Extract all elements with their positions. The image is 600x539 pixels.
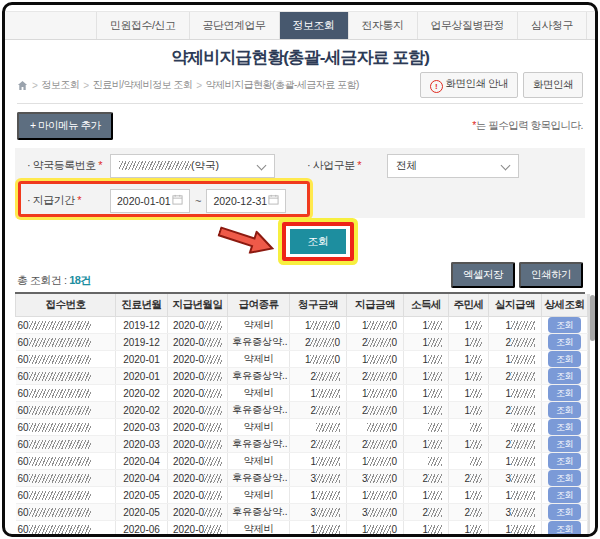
table-row: 602020-052020-0약제비110111조회 — [16, 487, 588, 504]
masked-value — [511, 474, 535, 483]
row-detail-button[interactable]: 조회 — [548, 504, 581, 520]
table-row: 602020-052020-0후유증상약..330223조회 — [16, 504, 588, 521]
col-receipt-no: 접수번호 — [16, 294, 116, 317]
detail-cell: 조회 — [542, 436, 588, 453]
col-treatment-month: 진료년월 — [116, 294, 168, 317]
table-cell: 2 — [489, 402, 542, 419]
row-detail-button[interactable]: 조회 — [548, 436, 581, 452]
breadcrumb-separator: > — [83, 80, 88, 91]
table-cell: 1 — [489, 385, 542, 402]
top-tab-bar: 민원접수/신고 공단연계업무 정보조회 전자통지 업무상질병판정 심사청구 — [5, 11, 595, 40]
table-cell: 2 — [290, 402, 347, 419]
breadcrumb-item-2[interactable]: 진료비/약제비정보 조회 — [93, 78, 193, 92]
masked-value — [428, 474, 442, 483]
masked-value — [29, 491, 91, 500]
masked-value — [470, 406, 482, 415]
print-guide-button[interactable]: !화면인쇄 안내 — [420, 72, 518, 98]
table-scrollbar[interactable] — [588, 294, 590, 537]
excel-save-button[interactable]: 엑셀저장 — [451, 262, 515, 288]
table-cell: 20 — [347, 402, 404, 419]
table-cell — [449, 419, 489, 436]
chevron-down-icon — [257, 160, 267, 170]
table-cell: 10 — [347, 521, 404, 538]
tab-jungbo-johoe[interactable]: 정보조회 — [279, 12, 348, 39]
tab-minwon[interactable]: 민원접수/신고 — [96, 12, 189, 39]
table-cell: 2020-0 — [168, 504, 228, 521]
masked-value — [470, 338, 482, 347]
row-detail-button[interactable]: 조회 — [548, 385, 581, 401]
masked-value — [428, 423, 442, 432]
masked-value — [29, 372, 91, 381]
detail-cell: 조회 — [542, 487, 588, 504]
row-detail-button[interactable]: 조회 — [548, 470, 581, 486]
breadcrumb-item-1[interactable]: 정보조회 — [41, 78, 79, 92]
masked-value — [29, 338, 91, 347]
calendar-icon[interactable] — [172, 194, 183, 207]
table-cell: 60 — [16, 317, 116, 334]
breadcrumb-item-3: 약제비지급현황(총괄-세금자료 포함) — [206, 78, 359, 92]
masked-value — [204, 355, 222, 364]
masked-value — [316, 423, 340, 432]
table-cell: 1 — [489, 317, 542, 334]
table-cell: 2020-03 — [116, 436, 168, 453]
row-detail-button[interactable]: 조회 — [548, 402, 581, 418]
col-claim-amount: 청구금액 — [290, 294, 347, 317]
row-detail-button[interactable]: 조회 — [548, 368, 581, 384]
table-cell: 20 — [347, 368, 404, 385]
table-cell: 60 — [16, 368, 116, 385]
print-screen-button[interactable]: 화면인쇄 — [523, 72, 583, 98]
table-cell: 20 — [347, 334, 404, 351]
table-cell: 2019-12 — [116, 317, 168, 334]
masked-value — [470, 389, 482, 398]
table-cell: 1 — [449, 334, 489, 351]
masked-value — [29, 389, 91, 398]
table-cell: 2 — [290, 368, 347, 385]
table-cell: 1 — [449, 317, 489, 334]
home-icon[interactable] — [17, 80, 28, 91]
table-cell: 2020-0 — [168, 487, 228, 504]
masked-value — [428, 508, 442, 517]
header-buttons: !화면인쇄 안내 화면인쇄 — [420, 72, 583, 98]
detail-cell: 조회 — [542, 334, 588, 351]
row-detail-button[interactable]: 조회 — [548, 334, 581, 350]
row-detail-button[interactable]: 조회 — [548, 317, 581, 333]
row-detail-button[interactable]: 조회 — [548, 453, 581, 469]
scrollbar-thumb[interactable] — [590, 295, 595, 341]
search-button[interactable]: 조회 — [290, 229, 346, 254]
table-cell: 약제비 — [228, 487, 290, 504]
detail-cell: 조회 — [542, 351, 588, 368]
table-cell: 30 — [347, 470, 404, 487]
table-cell: 2020-04 — [116, 453, 168, 470]
detail-cell: 조회 — [542, 453, 588, 470]
tab-simsa[interactable]: 심사청구 — [517, 12, 587, 39]
table-cell: 60 — [16, 487, 116, 504]
row-detail-button[interactable]: 조회 — [548, 351, 581, 367]
business-type-label: · 사업구분 * — [307, 158, 387, 173]
masked-value — [29, 321, 91, 330]
calendar-icon[interactable] — [268, 194, 279, 207]
masked-value — [511, 525, 535, 534]
print-list-button[interactable]: 인쇄하기 — [519, 262, 583, 288]
row-detail-button[interactable]: 조회 — [548, 419, 581, 435]
table-cell: 약제비 — [228, 385, 290, 402]
period-from-input[interactable]: 2020-01-01 — [110, 189, 190, 213]
tab-jeonja-tongji[interactable]: 전자통지 — [348, 12, 417, 39]
business-type-select[interactable]: 전체 — [387, 154, 519, 178]
table-cell: 2 — [404, 504, 449, 521]
table-cell: 10 — [347, 453, 404, 470]
pharmacy-number-select[interactable]: (약국) — [110, 154, 275, 178]
tab-gongdan[interactable]: 공단연계업무 — [189, 12, 279, 39]
tab-eopmu-judgment[interactable]: 업무상질병판정 — [417, 12, 518, 39]
add-mymenu-button[interactable]: + 마이메뉴 추가 — [17, 112, 113, 140]
row-detail-button[interactable]: 조회 — [548, 521, 581, 537]
masked-value — [367, 423, 391, 432]
table-cell: 1 — [489, 487, 542, 504]
period-to-input[interactable]: 2020-12-31 — [206, 189, 286, 213]
table-row: 602020-032020-0후유증상약..220112조회 — [16, 436, 588, 453]
row-detail-button[interactable]: 조회 — [548, 487, 581, 503]
table-cell: 2 — [489, 368, 542, 385]
masked-value — [316, 491, 340, 500]
table-cell: 후유증상약.. — [228, 470, 290, 487]
masked-value — [29, 406, 91, 415]
masked-value — [470, 508, 482, 517]
